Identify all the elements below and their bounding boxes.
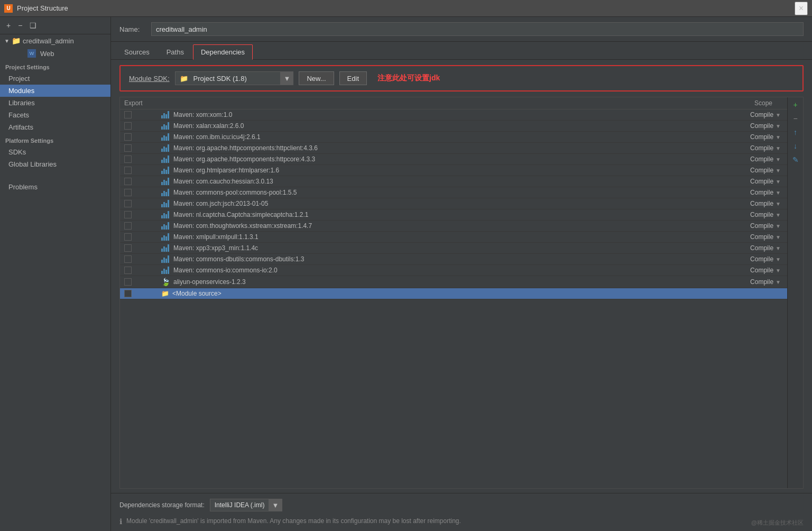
storage-dropdown[interactable]: IntelliJ IDEA (.iml) ▼ [210, 499, 283, 511]
dep-name: Maven: com.jsch:jsch:2013-01-05 [161, 200, 719, 207]
sidebar-item-problems[interactable]: Problems [0, 181, 110, 193]
dep-row[interactable]: Maven: com.ibm.icu:icu4j:2.6.1 Compile ▼ [120, 132, 787, 143]
tree-web-label: Web [40, 50, 54, 58]
window-title: Project Structure [17, 4, 68, 12]
info-icon: ℹ [119, 517, 122, 526]
sidebar-item-sdks[interactable]: SDKs [0, 146, 110, 158]
dep-checkbox[interactable] [124, 133, 161, 141]
storage-value: IntelliJ IDEA (.iml) [210, 500, 269, 510]
dep-checkbox[interactable] [124, 255, 161, 263]
dep-scope: Compile ▼ [719, 255, 783, 263]
dep-scope: Compile ▼ [719, 267, 783, 274]
sdk-dropdown[interactable]: 📁 Project SDK (1.8) [175, 71, 281, 85]
dep-scope: Compile ▼ [719, 233, 783, 241]
dep-checkbox[interactable] [124, 233, 161, 241]
tab-dependencies[interactable]: Dependencies [193, 44, 253, 60]
tree-root-item[interactable]: ▼ 📁 creditwall_admin [0, 34, 110, 47]
name-input[interactable] [151, 22, 804, 36]
dep-checkbox[interactable] [124, 111, 161, 118]
dep-row[interactable]: Maven: com.jsch:jsch:2013-01-05 Compile … [120, 198, 787, 209]
dep-checkbox[interactable] [124, 200, 161, 207]
dep-scope: Compile ▼ [719, 155, 783, 163]
dep-name: Maven: commons-pool:commons-pool:1.5.5 [161, 189, 719, 196]
nav-add-btn[interactable]: + [4, 20, 13, 31]
sidebar-item-global-libraries[interactable]: Global Libraries [0, 158, 110, 170]
dep-checkbox[interactable] [124, 222, 161, 230]
dep-checkbox[interactable] [124, 189, 161, 196]
dep-checkbox[interactable] [124, 167, 161, 174]
dep-checkbox[interactable] [124, 144, 161, 152]
dep-row[interactable]: Maven: org.apache.httpcomponents:httpcor… [120, 154, 787, 165]
dep-row[interactable]: Maven: nl.captcha.Captcha:simplecaptcha:… [120, 209, 787, 221]
sidebar-item-artifacts[interactable]: Artifacts [0, 121, 110, 133]
edit-button[interactable]: Edit [339, 71, 367, 85]
dep-row[interactable]: Maven: com.thoughtworks.xstream:xstream:… [120, 221, 787, 232]
remove-dep-button[interactable]: − [789, 112, 802, 125]
tree-root-label: creditwall_admin [23, 37, 74, 45]
dep-checkbox[interactable] [124, 178, 161, 185]
dep-checkbox[interactable] [124, 122, 161, 130]
nav-copy-btn[interactable]: ❑ [27, 20, 39, 31]
sidebar-item-libraries[interactable]: Libraries [0, 97, 110, 109]
dep-checkbox[interactable] [124, 244, 161, 252]
sidebar-item-project[interactable]: Project [0, 72, 110, 85]
dep-row[interactable]: Maven: commons-pool:commons-pool:1.5.5 C… [120, 187, 787, 198]
dep-name: Maven: org.apache.httpcomponents:httpcor… [161, 155, 719, 163]
tabs-bar: Sources Paths Dependencies [111, 42, 812, 60]
dep-row[interactable]: Maven: xom:xom:1.0 Compile ▼ [120, 109, 787, 121]
dep-name: Maven: org.apache.httpcomponents:httpcli… [161, 144, 719, 152]
sidebar-item-facets[interactable]: Facets [0, 109, 110, 121]
project-settings-title: Project Settings [0, 60, 110, 72]
dep-row[interactable]: Maven: commons-dbutils:commons-dbutils:1… [120, 254, 787, 265]
sidebar-item-modules[interactable]: Modules [0, 85, 110, 97]
dep-name: Maven: com.thoughtworks.xstream:xstream:… [161, 222, 719, 230]
dep-row-module-source[interactable]: 📁 <Module source> [120, 288, 787, 299]
title-bar: U Project Structure × [0, 0, 812, 17]
dep-row[interactable]: Maven: xpp3:xpp3_min:1.1.4c Compile ▼ [120, 243, 787, 254]
dep-scope: Compile ▼ [719, 167, 783, 174]
dep-row[interactable]: Maven: org.apache.httpcomponents:httpcli… [120, 143, 787, 154]
move-up-button[interactable]: ↑ [789, 126, 802, 139]
dep-row[interactable]: Maven: xmlpull:xmlpull:1.1.3.1 Compile ▼ [120, 232, 787, 243]
dep-name: 📁 <Module source> [161, 290, 719, 297]
watermark: @稀土掘金技术社区 [751, 519, 804, 527]
content-area: Name: Sources Paths Dependencies Module … [111, 17, 812, 531]
sdk-row: Module SDK: 📁 Project SDK (1.8) ▼ New...… [119, 65, 804, 91]
main-layout: + − ❑ ▼ 📁 creditwall_admin W Web Project… [0, 17, 812, 531]
tab-sources[interactable]: Sources [116, 44, 158, 60]
close-button[interactable]: × [795, 2, 808, 15]
sdk-dropdown-arrow[interactable]: ▼ [281, 71, 294, 85]
dep-checkbox[interactable] [124, 278, 161, 286]
edit-dep-button[interactable]: ✎ [789, 153, 802, 166]
dep-row[interactable]: Maven: commons-io:commons-io:2.0 Compile… [120, 265, 787, 276]
dep-scope: Compile ▼ [719, 278, 783, 286]
tree-web-item[interactable]: W Web [0, 47, 110, 60]
storage-label: Dependencies storage format: [119, 501, 205, 509]
storage-dropdown-arrow-icon: ▼ [269, 499, 282, 511]
app-icon: U [4, 4, 13, 13]
add-dep-button[interactable]: + [789, 98, 802, 111]
move-down-button[interactable]: ↓ [789, 140, 802, 152]
nav-remove-btn[interactable]: − [16, 20, 24, 31]
dep-checkbox[interactable] [124, 211, 161, 218]
tree-arrow-icon: ▼ [4, 38, 10, 44]
dep-row-aliyun[interactable]: 🍃 aliyun-openservices-1.2.3 Compile ▼ [120, 276, 787, 288]
dep-checkbox[interactable] [124, 267, 161, 274]
dep-name: Maven: com.ibm.icu:icu4j:2.6.1 [161, 133, 719, 141]
col-scope: Scope [719, 99, 783, 107]
dep-row[interactable]: Maven: com.caucho:hessian:3.0.13 Compile… [120, 176, 787, 187]
name-label: Name: [119, 25, 146, 33]
dep-scrollable[interactable]: Export Scope Maven: xom:xom:1.0 Compile … [120, 97, 787, 488]
tab-paths[interactable]: Paths [159, 44, 192, 60]
dep-row[interactable]: Maven: org.htmlparser:htmlparser:1.6 Com… [120, 165, 787, 176]
title-bar-left: U Project Structure [4, 4, 68, 13]
new-button[interactable]: New... [299, 71, 334, 85]
dep-scope: Compile ▼ [719, 122, 783, 130]
dep-row[interactable]: Maven: xalan:xalan:2.6.0 Compile ▼ [120, 121, 787, 132]
dep-checkbox[interactable] [124, 290, 161, 297]
dep-checkbox[interactable] [124, 155, 161, 163]
col-export: Export [124, 99, 161, 107]
dep-name: Maven: commons-io:commons-io:2.0 [161, 267, 719, 274]
jdk-notice: 注意此处可设置jdk [377, 74, 440, 83]
info-text: Module 'creditwall_admin' is imported fr… [126, 517, 461, 526]
